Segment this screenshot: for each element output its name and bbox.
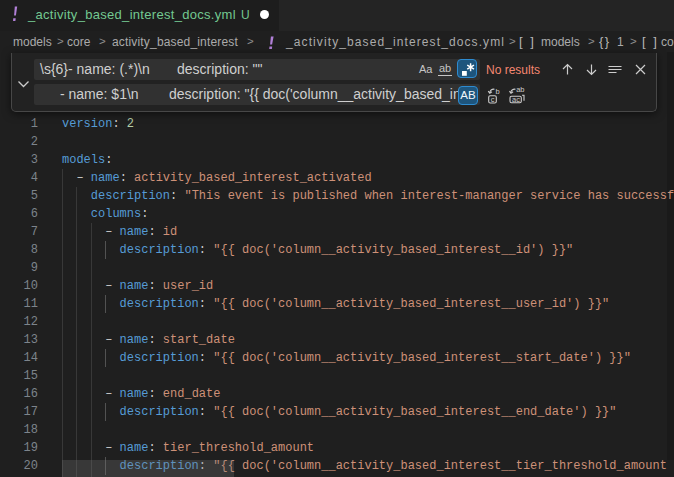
svg-text:ab: ab [516,87,524,94]
svg-text:b: b [496,88,500,96]
svg-text:ac: ac [512,95,520,104]
svg-text:c: c [491,95,495,104]
